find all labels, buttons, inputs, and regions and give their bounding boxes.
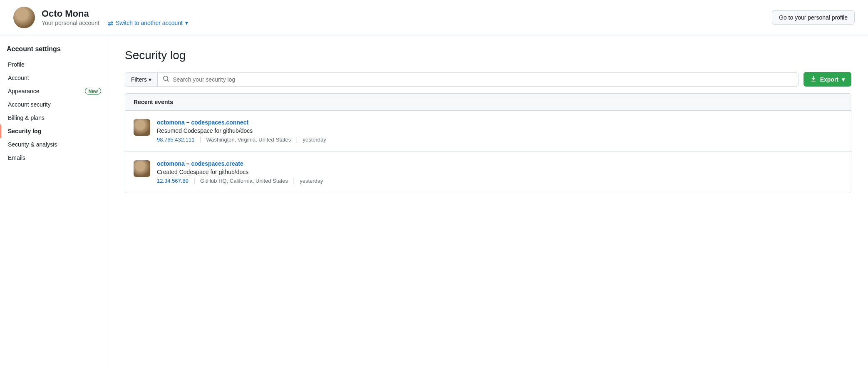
search-inner bbox=[158, 75, 798, 83]
event-ip[interactable]: 98.765.432.111 bbox=[157, 137, 194, 143]
separator: | bbox=[199, 136, 201, 143]
user-info: Octo Mona Your personal account ⇄ Switch… bbox=[42, 8, 188, 27]
event-title: octomona – codespaces.create bbox=[157, 160, 323, 167]
event-row: octomona – codespaces.connect Resumed Co… bbox=[125, 111, 851, 152]
page-title: Security log bbox=[125, 49, 851, 62]
personal-profile-button[interactable]: Go to your personal profile bbox=[772, 10, 855, 25]
new-badge: New bbox=[85, 88, 101, 94]
avatar-image bbox=[13, 7, 35, 28]
event-location: Washington, Virginia, United States bbox=[206, 137, 291, 143]
filters-button[interactable]: Filters ▾ bbox=[125, 73, 158, 86]
sidebar-item-label: Emails bbox=[8, 154, 25, 161]
sidebar-item-security-analysis[interactable]: Security & analysis bbox=[0, 138, 108, 151]
event-time: yesterday bbox=[300, 178, 323, 184]
user-subtext: Your personal account bbox=[42, 20, 99, 26]
chevron-down-icon: ▾ bbox=[842, 76, 845, 83]
event-avatar bbox=[134, 160, 150, 177]
page-header: Octo Mona Your personal account ⇄ Switch… bbox=[0, 0, 868, 35]
username: Octo Mona bbox=[42, 8, 188, 19]
event-meta: 12.34.567.89 | GitHub HQ, California, Un… bbox=[157, 177, 323, 184]
sidebar-item-appearance[interactable]: Appearance New bbox=[0, 85, 108, 98]
export-label: Export bbox=[820, 76, 838, 83]
event-description: Resumed Codespace for github/docs bbox=[157, 127, 326, 134]
sidebar-item-account-security[interactable]: Account security bbox=[0, 98, 108, 111]
event-action-link[interactable]: codespaces.connect bbox=[191, 119, 248, 126]
sidebar-item-emails[interactable]: Emails bbox=[0, 151, 108, 164]
sidebar-item-label: Security & analysis bbox=[8, 141, 57, 148]
sidebar-item-label: Billing & plans bbox=[8, 114, 45, 121]
event-body: octomona – codespaces.create Created Cod… bbox=[157, 160, 323, 184]
events-header: Recent events bbox=[125, 94, 851, 111]
events-container: Recent events octomona – codespaces.conn… bbox=[125, 93, 851, 193]
event-title: octomona – codespaces.connect bbox=[157, 119, 326, 126]
event-time: yesterday bbox=[303, 137, 326, 143]
search-bar-row: Filters ▾ Expo bbox=[125, 72, 851, 87]
chevron-down-icon: ▾ bbox=[149, 76, 151, 83]
event-title-sep: – bbox=[185, 119, 191, 126]
search-input[interactable] bbox=[173, 76, 793, 83]
separator: | bbox=[296, 136, 298, 143]
main-content: Security log Filters ▾ bbox=[108, 35, 868, 368]
main-layout: Account settings Profile Account Appeara… bbox=[0, 35, 868, 368]
search-icon bbox=[163, 75, 169, 83]
event-row: octomona – codespaces.create Created Cod… bbox=[125, 152, 851, 193]
event-body: octomona – codespaces.connect Resumed Co… bbox=[157, 119, 326, 143]
sidebar: Account settings Profile Account Appeara… bbox=[0, 35, 108, 368]
sidebar-heading: Account settings bbox=[0, 45, 108, 58]
sidebar-item-label: Account bbox=[8, 75, 29, 81]
separator: | bbox=[293, 177, 295, 184]
filters-label: Filters bbox=[131, 76, 147, 83]
sidebar-item-label: Account security bbox=[8, 101, 51, 108]
event-title-sep: – bbox=[185, 160, 191, 167]
sidebar-item-label: Profile bbox=[8, 61, 25, 68]
switch-account-label: Switch to another account bbox=[116, 20, 183, 26]
event-user-link[interactable]: octomona bbox=[157, 160, 185, 167]
event-user-link[interactable]: octomona bbox=[157, 119, 185, 126]
switch-account-link[interactable]: ⇄ Switch to another account ▾ bbox=[108, 19, 188, 27]
event-description: Created Codespace for github/docs bbox=[157, 169, 323, 175]
export-button[interactable]: Export ▾ bbox=[804, 72, 851, 87]
event-meta: 98.765.432.111 | Washington, Virginia, U… bbox=[157, 136, 326, 143]
separator: | bbox=[193, 177, 195, 184]
search-bar: Filters ▾ bbox=[125, 72, 799, 87]
event-action-link[interactable]: codespaces.create bbox=[191, 160, 243, 167]
header-left: Octo Mona Your personal account ⇄ Switch… bbox=[13, 7, 188, 28]
sidebar-item-label: Security log bbox=[8, 128, 41, 134]
sidebar-item-security-log[interactable]: Security log bbox=[0, 124, 108, 138]
switch-icon: ⇄ bbox=[108, 19, 113, 27]
sidebar-item-account[interactable]: Account bbox=[0, 71, 108, 85]
sidebar-item-billing[interactable]: Billing & plans bbox=[0, 111, 108, 124]
event-ip[interactable]: 12.34.567.89 bbox=[157, 178, 188, 184]
download-icon bbox=[810, 75, 817, 83]
sidebar-item-label: Appearance bbox=[8, 88, 40, 94]
avatar bbox=[13, 7, 35, 28]
sidebar-item-profile[interactable]: Profile bbox=[0, 58, 108, 71]
chevron-down-icon: ▾ bbox=[185, 20, 188, 26]
event-location: GitHub HQ, California, United States bbox=[200, 178, 288, 184]
event-avatar bbox=[134, 119, 150, 136]
